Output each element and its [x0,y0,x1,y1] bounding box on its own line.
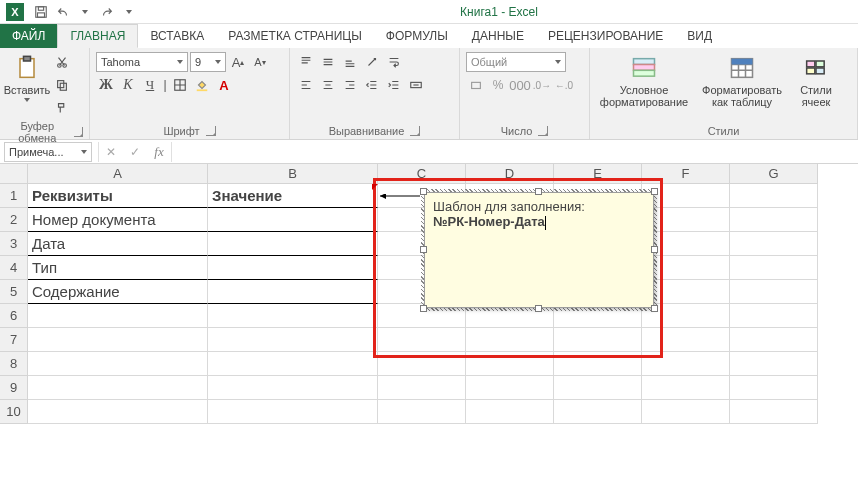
cell-B5[interactable] [208,280,378,304]
increase-indent-button[interactable] [384,75,404,95]
cell-D7[interactable] [466,328,554,352]
cell-B10[interactable] [208,400,378,424]
dialog-launcher-icon[interactable] [206,126,216,136]
cell-F8[interactable] [642,352,730,376]
dialog-launcher-icon[interactable] [410,126,420,136]
format-as-table-button[interactable]: Форматировать как таблицу [696,52,788,108]
column-header[interactable]: B [208,164,378,184]
cell-C10[interactable] [378,400,466,424]
select-all-corner[interactable] [0,164,28,184]
align-left-button[interactable] [296,75,316,95]
resize-handle[interactable] [535,188,542,195]
tab-insert[interactable]: ВСТАВКА [138,24,216,48]
cell-G4[interactable] [730,256,818,280]
cell-B4[interactable] [208,256,378,280]
insert-function-button[interactable]: fx [147,142,171,162]
comma-button[interactable]: 000 [510,75,530,95]
cancel-formula-button[interactable]: ✕ [99,142,123,162]
row-header[interactable]: 7 [0,328,28,352]
align-top-button[interactable] [296,52,316,72]
redo-button[interactable] [96,1,118,23]
column-header[interactable]: F [642,164,730,184]
copy-button[interactable] [52,75,72,95]
qat-customize[interactable] [118,1,140,23]
resize-handle[interactable] [651,246,658,253]
row-header[interactable]: 1 [0,184,28,208]
number-format-combo[interactable]: Общий [466,52,566,72]
paste-button[interactable]: Вставить [6,52,48,102]
row-header[interactable]: 5 [0,280,28,304]
tab-file[interactable]: ФАЙЛ [0,24,57,48]
cell-F10[interactable] [642,400,730,424]
row-header[interactable]: 8 [0,352,28,376]
name-box[interactable]: Примеча... [4,142,92,162]
dialog-launcher-icon[interactable] [538,126,548,136]
italic-button[interactable]: К [118,75,138,95]
undo-button[interactable] [52,1,74,23]
cell-B6[interactable] [208,304,378,328]
cell-A9[interactable] [28,376,208,400]
cell-A4[interactable]: Тип [28,256,208,280]
cell-F7[interactable] [642,328,730,352]
row-header[interactable]: 3 [0,232,28,256]
comment-indicator-icon[interactable] [372,184,378,190]
merge-button[interactable] [406,75,426,95]
cell-D9[interactable] [466,376,554,400]
cell-A3[interactable]: Дата [28,232,208,256]
tab-review[interactable]: РЕЦЕНЗИРОВАНИЕ [536,24,675,48]
undo-dropdown[interactable] [74,1,96,23]
cell-G1[interactable] [730,184,818,208]
column-header[interactable]: D [466,164,554,184]
cell-A6[interactable] [28,304,208,328]
cell-G8[interactable] [730,352,818,376]
tab-data[interactable]: ДАННЫЕ [460,24,536,48]
cell-A7[interactable] [28,328,208,352]
align-right-button[interactable] [340,75,360,95]
cell-C9[interactable] [378,376,466,400]
cell-F9[interactable] [642,376,730,400]
enter-formula-button[interactable]: ✓ [123,142,147,162]
cell-C8[interactable] [378,352,466,376]
row-header[interactable]: 4 [0,256,28,280]
resize-handle[interactable] [420,246,427,253]
resize-handle[interactable] [535,305,542,312]
cell-A10[interactable] [28,400,208,424]
cell-G10[interactable] [730,400,818,424]
cell-styles-button[interactable]: Стили ячеек [792,52,840,108]
cell-D10[interactable] [466,400,554,424]
column-header[interactable]: A [28,164,208,184]
formula-input[interactable] [172,142,858,162]
cell-A2[interactable]: Номер документа [28,208,208,232]
column-header[interactable]: E [554,164,642,184]
increase-font-button[interactable]: A▴ [228,52,248,72]
cell-B2[interactable] [208,208,378,232]
cell-E7[interactable] [554,328,642,352]
increase-decimal-button[interactable]: .0→ [532,75,552,95]
decrease-decimal-button[interactable]: ←.0 [554,75,574,95]
cell-C7[interactable] [378,328,466,352]
cell-B3[interactable] [208,232,378,256]
font-name-combo[interactable]: Tahoma [96,52,188,72]
column-header[interactable]: G [730,164,818,184]
underline-button[interactable]: Ч [140,75,160,95]
cell-E10[interactable] [554,400,642,424]
cell-G7[interactable] [730,328,818,352]
font-size-combo[interactable]: 9 [190,52,226,72]
format-painter-button[interactable] [52,98,72,118]
resize-handle[interactable] [420,305,427,312]
dialog-launcher-icon[interactable] [74,127,83,137]
cell-B7[interactable] [208,328,378,352]
resize-handle[interactable] [651,305,658,312]
orientation-button[interactable] [362,52,382,72]
save-button[interactable] [30,1,52,23]
row-header[interactable]: 9 [0,376,28,400]
cell-A8[interactable] [28,352,208,376]
row-header[interactable]: 10 [0,400,28,424]
cell-D8[interactable] [466,352,554,376]
wrap-text-button[interactable] [384,52,404,72]
column-header[interactable]: C [378,164,466,184]
tab-formulas[interactable]: ФОРМУЛЫ [374,24,460,48]
conditional-formatting-button[interactable]: Условное форматирование [596,52,692,108]
cell-E8[interactable] [554,352,642,376]
align-center-button[interactable] [318,75,338,95]
